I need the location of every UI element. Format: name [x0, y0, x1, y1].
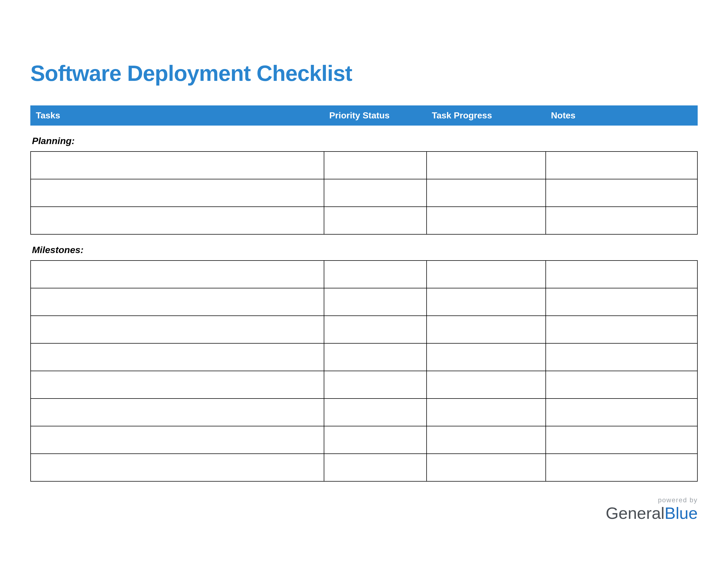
table-cell[interactable]	[31, 399, 324, 426]
table-cell[interactable]	[31, 207, 324, 234]
column-header-notes: Notes	[551, 110, 692, 121]
table-row	[31, 207, 697, 234]
table-cell[interactable]	[324, 179, 427, 207]
table-cell[interactable]	[427, 260, 546, 288]
table-cell[interactable]	[324, 207, 427, 234]
milestones-table	[30, 260, 698, 482]
table-cell[interactable]	[31, 426, 324, 454]
table-cell[interactable]	[324, 454, 427, 481]
table-cell[interactable]	[546, 454, 697, 481]
table-cell[interactable]	[324, 343, 427, 371]
table-row	[31, 426, 697, 454]
table-row	[31, 179, 697, 207]
table-cell[interactable]	[427, 151, 546, 179]
brand-part2: Blue	[665, 504, 698, 522]
column-header-priority: Priority Status	[329, 110, 432, 121]
table-cell[interactable]	[546, 260, 697, 288]
table-cell[interactable]	[427, 343, 546, 371]
brand-logo: GeneralBlue	[606, 505, 698, 522]
page-title: Software Deployment Checklist	[30, 61, 698, 86]
table-cell[interactable]	[427, 316, 546, 343]
table-cell[interactable]	[546, 288, 697, 316]
table-row	[31, 343, 697, 371]
table-cell[interactable]	[427, 371, 546, 399]
table-row	[31, 399, 697, 426]
table-cell[interactable]	[324, 316, 427, 343]
table-row	[31, 151, 697, 179]
table-cell[interactable]	[31, 454, 324, 481]
table-cell[interactable]	[427, 454, 546, 481]
table-cell[interactable]	[427, 288, 546, 316]
table-cell[interactable]	[427, 426, 546, 454]
column-header-tasks: Tasks	[36, 110, 329, 121]
column-header-progress: Task Progress	[432, 110, 551, 121]
table-cell[interactable]	[546, 316, 697, 343]
section-label-milestones: Milestones:	[32, 244, 698, 255]
table-cell[interactable]	[546, 426, 697, 454]
table-cell[interactable]	[324, 260, 427, 288]
table-row	[31, 316, 697, 343]
powered-by-label: powered by	[606, 496, 698, 504]
table-cell[interactable]	[31, 316, 324, 343]
table-cell[interactable]	[546, 343, 697, 371]
milestones-tbody	[31, 260, 697, 481]
table-cell[interactable]	[31, 371, 324, 399]
table-cell[interactable]	[427, 179, 546, 207]
table-cell[interactable]	[31, 260, 324, 288]
table-header-row: Tasks Priority Status Task Progress Note…	[30, 105, 698, 125]
table-cell[interactable]	[427, 399, 546, 426]
table-cell[interactable]	[31, 343, 324, 371]
table-row	[31, 454, 697, 481]
table-cell[interactable]	[324, 426, 427, 454]
table-cell[interactable]	[324, 288, 427, 316]
table-cell[interactable]	[324, 151, 427, 179]
table-cell[interactable]	[31, 179, 324, 207]
document-page: Software Deployment Checklist Tasks Prio…	[0, 0, 728, 563]
section-label-planning: Planning:	[32, 135, 698, 146]
table-cell[interactable]	[427, 207, 546, 234]
table-row	[31, 260, 697, 288]
table-cell[interactable]	[31, 288, 324, 316]
brand-part1: General	[606, 504, 664, 522]
planning-tbody	[31, 151, 697, 234]
table-cell[interactable]	[546, 151, 697, 179]
footer-brand: powered by GeneralBlue	[606, 496, 698, 522]
table-cell[interactable]	[324, 371, 427, 399]
table-cell[interactable]	[546, 399, 697, 426]
table-row	[31, 371, 697, 399]
table-cell[interactable]	[546, 179, 697, 207]
table-cell[interactable]	[324, 399, 427, 426]
table-cell[interactable]	[546, 371, 697, 399]
table-cell[interactable]	[31, 151, 324, 179]
table-row	[31, 288, 697, 316]
planning-table	[30, 151, 698, 234]
table-cell[interactable]	[546, 207, 697, 234]
